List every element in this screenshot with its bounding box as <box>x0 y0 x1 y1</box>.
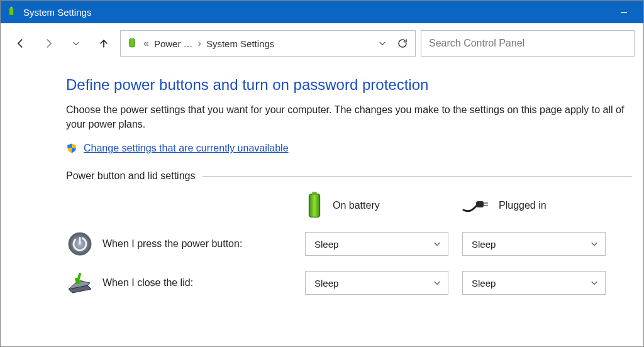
plug-icon <box>462 197 490 214</box>
svg-rect-4 <box>131 38 133 40</box>
history-dropdown-button[interactable] <box>65 32 87 55</box>
app-icon <box>6 6 17 18</box>
svg-rect-8 <box>484 202 488 204</box>
chevron-down-icon <box>590 240 599 248</box>
address-dropdown-icon[interactable] <box>375 39 390 48</box>
breadcrumb-item-system-settings[interactable]: System Settings <box>206 38 274 49</box>
svg-rect-0 <box>9 8 14 15</box>
content: Define power buttons and turn on passwor… <box>1 63 643 346</box>
battery-icon <box>305 192 324 219</box>
svg-rect-6 <box>309 194 319 218</box>
section-power-button-lid: Power button and lid settings <box>66 170 632 182</box>
uac-link-row: Change settings that are currently unava… <box>66 143 632 154</box>
uac-shield-icon <box>66 143 77 154</box>
column-on-battery-label: On battery <box>333 200 380 211</box>
svg-rect-2 <box>621 12 627 13</box>
page-title: Define power buttons and turn on passwor… <box>66 76 632 94</box>
chevron-down-icon <box>590 278 599 287</box>
breadcrumb-separator: › <box>198 38 201 49</box>
back-button[interactable] <box>9 32 32 55</box>
column-plugged-in-label: Plugged in <box>499 200 547 211</box>
chevron-down-icon <box>433 240 441 248</box>
section-label: Power button and lid settings <box>66 170 203 182</box>
settings-grid: On battery Plugged in <box>66 187 632 302</box>
row-power-button-label: When I press the power button: <box>103 238 242 250</box>
search-box[interactable] <box>421 30 635 57</box>
close-lid-plugged-select[interactable]: Sleep <box>462 271 606 295</box>
close-lid-plugged-value: Sleep <box>472 278 496 289</box>
section-divider <box>203 176 632 177</box>
power-button-on-battery-value: Sleep <box>314 239 338 250</box>
nav-row: « Power … › System Settings <box>1 23 643 63</box>
close-lid-on-battery-select[interactable]: Sleep <box>305 271 448 295</box>
window-title: System Settings <box>23 7 609 18</box>
column-on-battery: On battery <box>305 192 462 219</box>
titlebar: System Settings <box>1 1 643 23</box>
close-lid-icon <box>66 269 94 297</box>
svg-rect-9 <box>484 205 488 206</box>
row-close-lid-label: When I close the lid: <box>103 277 193 289</box>
chevron-down-icon <box>433 278 441 287</box>
svg-rect-1 <box>11 7 13 8</box>
svg-rect-3 <box>130 39 135 47</box>
refresh-button[interactable] <box>395 38 410 49</box>
svg-rect-7 <box>476 201 484 207</box>
power-button-plugged-value: Sleep <box>472 239 496 250</box>
up-button[interactable] <box>92 32 115 55</box>
change-unavailable-settings-link[interactable]: Change settings that are currently unava… <box>84 143 289 154</box>
svg-rect-12 <box>79 237 81 245</box>
window: System Settings « Power … › System Setti… <box>0 0 644 347</box>
breadcrumb-ellipsis: « <box>143 38 149 49</box>
search-input[interactable] <box>429 38 626 49</box>
close-lid-on-battery-value: Sleep <box>314 278 338 289</box>
forward-button[interactable] <box>37 32 60 55</box>
page-description: Choose the power settings that you want … <box>66 102 632 131</box>
breadcrumb-item-power[interactable]: Power … <box>154 38 193 49</box>
row-close-lid: When I close the lid: Sleep Sleep <box>66 263 632 302</box>
minimize-button[interactable] <box>609 1 638 23</box>
power-button-plugged-select[interactable]: Sleep <box>462 232 606 256</box>
column-plugged-in: Plugged in <box>462 197 619 214</box>
address-icon <box>126 37 138 50</box>
row-power-button: When I press the power button: Sleep Sle… <box>66 224 632 263</box>
column-headers: On battery Plugged in <box>66 187 632 224</box>
address-bar[interactable]: « Power … › System Settings <box>120 30 416 57</box>
power-button-icon <box>66 230 94 258</box>
power-button-on-battery-select[interactable]: Sleep <box>305 232 448 256</box>
